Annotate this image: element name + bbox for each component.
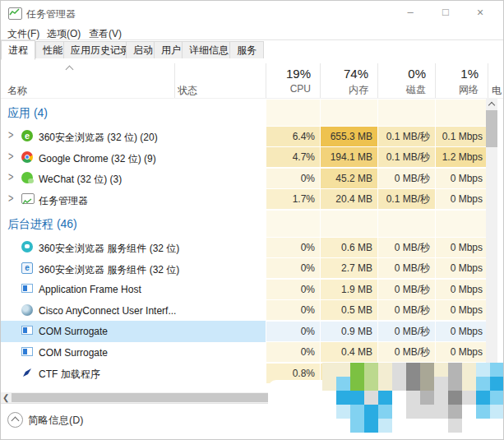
watermark-pixel (350, 377, 364, 391)
watermark-pixel (350, 363, 364, 377)
table-row[interactable]: e360安全浏览器 服务组件 (32 位)0%2.7 MB0 MB/秒0 Mbp… (1, 258, 488, 280)
mem-value-cell: 20.4 MB (321, 189, 377, 209)
chevron-up-circle-icon (7, 412, 23, 428)
net-value-cell: 0 Mbps (436, 322, 488, 341)
watermark-pixel (322, 377, 336, 391)
watermark-pixel (406, 363, 420, 377)
watermark-pixel (378, 363, 392, 377)
watermark-pixel (322, 419, 336, 433)
memory-total-percent: 74% (344, 67, 368, 81)
group-header-row[interactable]: 应用 (4) (1, 99, 488, 126)
globe-icon (21, 304, 33, 316)
disk-value-cell: 0 MB/秒 (378, 258, 435, 278)
watermark-pixel (462, 419, 476, 433)
column-header-power-partial[interactable]: 电 (492, 84, 502, 98)
watermark-pixel (434, 391, 448, 405)
task-manager-icon (8, 7, 22, 20)
watermark-pixel (294, 419, 308, 433)
empty-heat-cell (378, 100, 435, 126)
column-header-status[interactable]: 状态 (178, 84, 197, 98)
net-value-cell: 0 Mbps (436, 238, 488, 257)
watermark-pixel (336, 377, 350, 391)
cpu-value-cell: 0% (266, 322, 320, 341)
empty-heat-cell (266, 100, 320, 126)
tab-processes[interactable]: 进程 (1, 40, 35, 60)
net-value-cell: 0.1 Mbps (436, 127, 488, 146)
watermark-pixel (308, 391, 322, 405)
minimize-button[interactable]: – (396, 1, 424, 24)
watermark-pixel (378, 405, 392, 419)
ctf-pen-icon (21, 367, 33, 378)
close-button[interactable]: × (466, 1, 494, 24)
tab-services[interactable]: 服务 (229, 41, 264, 59)
disk-value-cell: 0 MB/秒 (378, 238, 435, 257)
cpu-value-cell: 0% (266, 280, 320, 299)
watermark-pixel (364, 363, 378, 377)
process-name: CTF 加载程序 (39, 368, 100, 382)
table-row[interactable]: Application Frame Host0%1.9 MB0 MB/秒0 Mb… (1, 279, 488, 300)
mem-value-cell: 2.7 MB (321, 258, 377, 278)
mem-value-cell: 655.3 MB (321, 127, 377, 146)
expand-chevron-icon[interactable]: > (8, 128, 13, 141)
empty-heat-cell (436, 100, 488, 126)
watermark-pixel (378, 419, 392, 433)
column-header-disk[interactable]: 0% 磁盘 (378, 58, 431, 98)
watermark-pixel (420, 419, 434, 433)
watermark-pixel (420, 363, 434, 377)
vertical-scrollbar-thumb[interactable] (486, 110, 497, 147)
process-table-body: 应用 (4)>e360安全浏览器 (32 位) (20)6.4%655.3 MB… (1, 99, 488, 392)
watermark-pixel (406, 391, 420, 405)
watermark-pixel (420, 377, 434, 391)
table-row[interactable]: COM Surrogate0%0.4 MB0 MB/秒0 Mbps (1, 342, 488, 364)
360-browser-icon: e (21, 130, 33, 141)
expand-chevron-icon[interactable]: > (8, 170, 13, 183)
table-row[interactable]: Cisco AnyConnect User Interf...0%0.5 MB0… (1, 300, 488, 322)
maximize-button[interactable]: □ (432, 1, 460, 24)
column-header-memory[interactable]: 74% 内存 (321, 58, 373, 98)
table-row[interactable]: >WeChat (32 位) (3)0%45.2 MB0 MB/秒0 Mbps (1, 168, 488, 189)
group-header-row[interactable]: 后台进程 (46) (1, 210, 488, 237)
process-name-cell: >e360安全浏览器 (32 位) (20) (1, 126, 266, 147)
vertical-scrollbar[interactable] (486, 98, 497, 392)
cpu-label: CPU (290, 83, 311, 95)
process-name-cell: >Google Chrome (32 位) (9) (1, 147, 266, 169)
tab-details[interactable]: 详细信息 (182, 41, 236, 59)
disk-value-cell: 0 MB/秒 (378, 322, 435, 341)
title-bar: 任务管理器 – □ × (1, 1, 503, 25)
process-name: 360安全浏览器 (32 位) (20) (39, 131, 158, 145)
disk-value-cell: 0 MB/秒 (378, 280, 435, 299)
table-row[interactable]: >Google Chrome (32 位) (9)4.7%194.1 MB0.1… (1, 147, 488, 169)
360-service-icon (21, 241, 33, 252)
watermark-pixel (364, 405, 378, 419)
column-header-network[interactable]: 1% 网络 (436, 58, 483, 98)
table-row[interactable]: >任务管理器1.7%20.4 MB0.1 MB/秒0 Mbps (1, 189, 488, 211)
watermark-pixel (392, 363, 406, 377)
watermark-pixel (448, 363, 462, 377)
table-row[interactable]: COM Surrogate0%0.9 MB0 MB/秒0 Mbps (1, 321, 488, 342)
wechat-icon (21, 172, 33, 183)
watermark-pixel (364, 391, 378, 405)
window-frame-icon (21, 326, 33, 335)
table-row[interactable]: >e360安全浏览器 (32 位) (20)6.4%655.3 MB0.1 MB… (1, 126, 488, 147)
watermark-pixel (448, 419, 462, 433)
table-row[interactable]: 360安全浏览器 服务组件 (32 位)0%0.6 MB0 MB/秒0 Mbps (1, 237, 488, 258)
expand-chevron-icon[interactable]: > (8, 192, 13, 205)
watermark-logo (280, 363, 504, 433)
scroll-up-icon[interactable] (486, 98, 497, 109)
process-name-cell: e360安全浏览器 服务组件 (32 位) (1, 258, 266, 280)
expand-chevron-icon[interactable]: > (8, 150, 13, 163)
process-name: Cisco AnyConnect User Interf... (39, 305, 176, 317)
net-value-cell: 0 Mbps (436, 169, 488, 188)
mem-value-cell: 0.4 MB (321, 342, 377, 362)
cpu-value-cell: 6.4% (266, 127, 320, 146)
window-frame-icon (21, 347, 33, 356)
process-name: 360安全浏览器 服务组件 (32 位) (39, 263, 179, 277)
menu-bar: 文件(F) 选项(O) 查看(V) (1, 25, 503, 39)
watermark-pixel (448, 405, 462, 419)
disk-value-cell: 0.1 MB/秒 (378, 189, 435, 209)
column-header-cpu[interactable]: 19% CPU (266, 58, 316, 98)
watermark-pixel (434, 405, 448, 419)
360-service-doc-icon: e (21, 262, 33, 274)
empty-heat-cell (436, 211, 488, 237)
column-header-name[interactable]: 名称 (7, 84, 27, 98)
